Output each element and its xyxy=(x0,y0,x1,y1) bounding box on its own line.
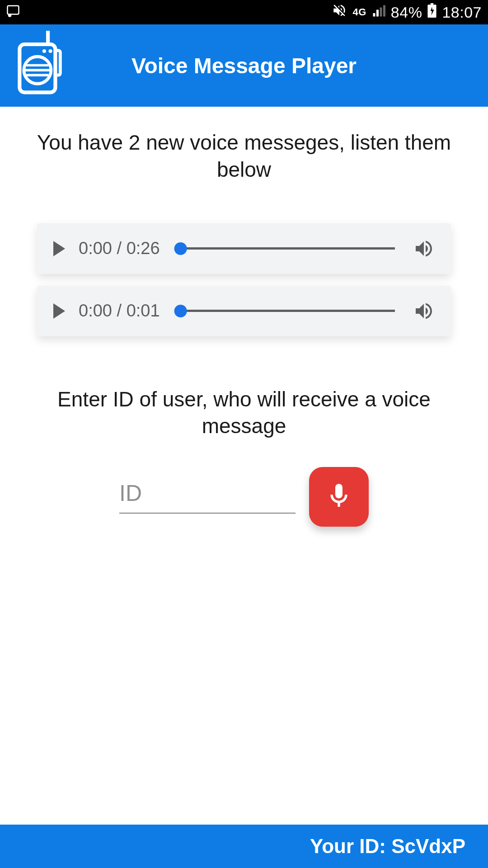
microphone-icon xyxy=(324,481,353,512)
enter-id-text: Enter ID of user, who will receive a voi… xyxy=(18,386,470,440)
network-4g-icon: 4G xyxy=(352,6,366,18)
signal-icon xyxy=(372,4,385,21)
cast-icon xyxy=(6,4,20,21)
content: You have 2 new voice messeges, listen th… xyxy=(0,129,488,527)
audio-player-1: 0:00 / 0:26 xyxy=(37,223,451,274)
audio-players: 0:00 / 0:26 0:00 / 0:01 xyxy=(18,223,470,336)
time-label: 0:00 / 0:26 xyxy=(79,239,160,258)
app-title: Voice Message Player xyxy=(131,53,357,78)
svg-point-7 xyxy=(42,49,46,53)
record-button[interactable] xyxy=(309,467,369,527)
volume-icon[interactable] xyxy=(413,300,435,322)
id-row xyxy=(18,467,470,527)
seek-bar[interactable] xyxy=(178,310,395,312)
vibrate-mute-icon xyxy=(332,3,347,22)
svg-rect-6 xyxy=(55,51,60,75)
svg-point-1 xyxy=(9,14,11,16)
battery-percent: 84% xyxy=(391,4,422,21)
volume-icon[interactable] xyxy=(413,238,435,259)
status-bar: 4G 84% 18:07 xyxy=(0,0,488,24)
footer: Your ID: ScVdxP xyxy=(0,825,488,868)
status-right: 4G 84% 18:07 xyxy=(332,3,482,22)
svg-rect-3 xyxy=(431,3,433,5)
radio-icon xyxy=(14,31,64,100)
seek-thumb[interactable] xyxy=(174,242,187,255)
play-button[interactable] xyxy=(53,241,65,256)
app-header: Voice Message Player xyxy=(0,24,488,107)
status-left xyxy=(6,4,20,21)
audio-player-2: 0:00 / 0:01 xyxy=(37,286,451,336)
new-messages-text: You have 2 new voice messeges, listen th… xyxy=(18,129,470,184)
svg-rect-0 xyxy=(8,5,19,14)
svg-point-8 xyxy=(48,49,52,53)
seek-bar[interactable] xyxy=(178,247,395,250)
your-id-text: Your ID: ScVdxP xyxy=(310,835,465,858)
id-input[interactable] xyxy=(119,480,296,506)
time-label: 0:00 / 0:01 xyxy=(79,301,160,321)
id-input-wrap xyxy=(119,480,296,514)
seek-thumb[interactable] xyxy=(174,305,187,317)
play-button[interactable] xyxy=(53,303,65,319)
clock-time: 18:07 xyxy=(442,4,482,21)
battery-charging-icon xyxy=(427,3,436,21)
